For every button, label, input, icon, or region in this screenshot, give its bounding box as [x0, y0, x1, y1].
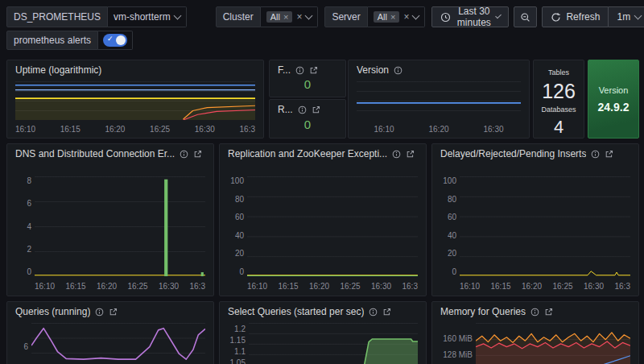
y-axis: 100806040200: [436, 176, 456, 276]
time-range-label: Last 30 minutes: [456, 6, 492, 28]
external-link-icon[interactable]: [309, 66, 318, 75]
panel-title[interactable]: DNS and Distributed Connection Er...: [15, 148, 175, 159]
panel-select-queries: Select Queries (started per sec) 1.21.15…: [219, 301, 427, 364]
datasource-picker-group: DS_PROMETHEUS vm-shortterm: [6, 6, 187, 27]
refresh-interval-select[interactable]: 1m: [609, 6, 644, 27]
chevron-down-icon: [173, 12, 181, 20]
axis-tick: 60: [235, 213, 244, 221]
axis-tick: 16:20: [309, 282, 329, 291]
remove-icon[interactable]: [390, 12, 395, 22]
remove-icon[interactable]: [283, 12, 288, 22]
panel-title[interactable]: Uptime (logarithmic): [15, 64, 101, 76]
alerts-toggle-container: [98, 31, 133, 50]
uptime-chart[interactable]: [15, 81, 255, 120]
dashboard-toolbar: DS_PROMETHEUS vm-shortterm Cluster All S…: [6, 6, 638, 27]
datasource-select[interactable]: vm-shortterm: [108, 6, 187, 27]
panel-title[interactable]: F...: [278, 64, 291, 76]
stat-value: 0: [304, 118, 311, 131]
x-axis: 16:1016:1516:2016:2516:3016:3: [35, 282, 205, 291]
refresh-button[interactable]: Refresh: [542, 6, 609, 27]
external-link-icon[interactable]: [406, 150, 415, 159]
server-chip-label: All: [378, 12, 387, 22]
server-label: Server: [324, 6, 367, 27]
cluster-select[interactable]: All: [261, 6, 319, 27]
server-select[interactable]: All: [368, 6, 426, 27]
y-axis: 100806040200: [223, 176, 244, 276]
panel-replication-exceptions: Replication and ZooKeeper Excepti... 100…: [219, 143, 427, 296]
stat-label: Version: [599, 85, 629, 95]
x-axis: 16:1016:1516:2016:2516:3016:3: [247, 282, 418, 291]
axis-tick: 16:30: [584, 282, 604, 291]
info-icon[interactable]: [394, 66, 402, 75]
panel-title[interactable]: Select Queries (started per sec): [228, 306, 364, 317]
info-icon[interactable]: [180, 150, 188, 159]
panel-version-graph: Version 16:1016:2016:30: [348, 60, 530, 139]
axis-tick: 16:20: [97, 282, 117, 291]
panel-title[interactable]: Replication and ZooKeeper Excepti...: [228, 148, 387, 159]
grafana-dashboard: DS_PROMETHEUS vm-shortterm Cluster All S…: [0, 0, 644, 364]
zoom-out-button[interactable]: [514, 6, 537, 27]
external-link-icon[interactable]: [109, 308, 118, 316]
server-value-chip[interactable]: All: [374, 11, 400, 23]
external-link-icon[interactable]: [312, 105, 320, 114]
refresh-label: Refresh: [566, 11, 600, 23]
panel-title[interactable]: Delayed/Rejected/Pending Inserts: [440, 148, 586, 159]
external-link-icon[interactable]: [193, 150, 202, 159]
axis-tick: 6: [23, 342, 28, 351]
datasource-current-value: vm-shortterm: [114, 11, 171, 23]
prometheus-alerts-toggle[interactable]: [103, 34, 127, 47]
info-icon[interactable]: [295, 66, 304, 75]
axis-tick: 16:20: [105, 125, 125, 134]
panel-title[interactable]: Queries (running): [15, 306, 90, 317]
cluster-picker-group: Cluster All: [216, 6, 319, 27]
alerts-label: prometheus alerts: [6, 31, 98, 50]
clock-icon: [440, 12, 451, 23]
info-icon[interactable]: [369, 308, 378, 316]
external-link-icon[interactable]: [605, 150, 613, 159]
axis-tick: 16:20: [522, 282, 542, 291]
info-icon[interactable]: [530, 308, 539, 316]
clear-icon[interactable]: [403, 11, 409, 23]
info-icon[interactable]: [298, 105, 307, 114]
info-icon[interactable]: [95, 308, 104, 316]
alerts-toggle-group: prometheus alerts: [6, 31, 133, 50]
axis-tick: 0: [27, 267, 31, 276]
axis-tick: 1.05: [230, 358, 246, 364]
time-range-button[interactable]: Last 30 minutes: [431, 6, 509, 27]
panel-memory-queries: Memory for Queries 160 MiB128 MiB: [431, 301, 639, 364]
stat-label: Tables: [548, 68, 569, 77]
y-axis: 6: [14, 323, 28, 364]
memory-queries-chart[interactable]: [476, 323, 630, 364]
axis-tick: 16:10: [374, 125, 394, 134]
external-link-icon[interactable]: [544, 308, 553, 316]
server-picker-group: Server All: [324, 6, 425, 27]
queries-running-chart[interactable]: [31, 323, 205, 364]
cluster-value-chip[interactable]: All: [266, 11, 293, 23]
refresh-button-group: Refresh 1m: [542, 6, 644, 27]
clear-icon[interactable]: [296, 11, 302, 23]
panel-title[interactable]: Version: [357, 64, 389, 76]
axis-tick: 1.2: [234, 325, 246, 333]
info-icon[interactable]: [392, 150, 401, 159]
axis-tick: 16:25: [150, 125, 170, 134]
chevron-down-icon: [495, 13, 502, 19]
axis-tick: 80: [448, 195, 456, 204]
panel-title[interactable]: Memory for Queries: [440, 306, 526, 317]
axis-tick: 160 MiB: [443, 334, 473, 343]
axis-tick: 16:25: [128, 282, 148, 291]
replication-chart[interactable]: [247, 176, 418, 276]
version-chart[interactable]: [357, 81, 521, 120]
delayed-inserts-chart[interactable]: [460, 176, 630, 276]
dns-errors-chart[interactable]: [35, 176, 205, 276]
axis-tick: 100: [230, 176, 244, 185]
external-link-icon[interactable]: [382, 308, 391, 316]
refresh-icon: [551, 12, 561, 23]
select-queries-chart[interactable]: [249, 323, 418, 364]
panel-uptime: Uptime (logarithmic) 16:1016:1516:2016:2…: [6, 60, 264, 139]
cluster-chip-label: All: [270, 12, 280, 22]
panel-title[interactable]: R...: [278, 104, 293, 115]
axis-tick: 16:30: [371, 282, 391, 291]
stat-label: Databases: [541, 105, 576, 114]
datasource-label: DS_PROMETHEUS: [6, 6, 108, 27]
info-icon[interactable]: [591, 150, 600, 159]
